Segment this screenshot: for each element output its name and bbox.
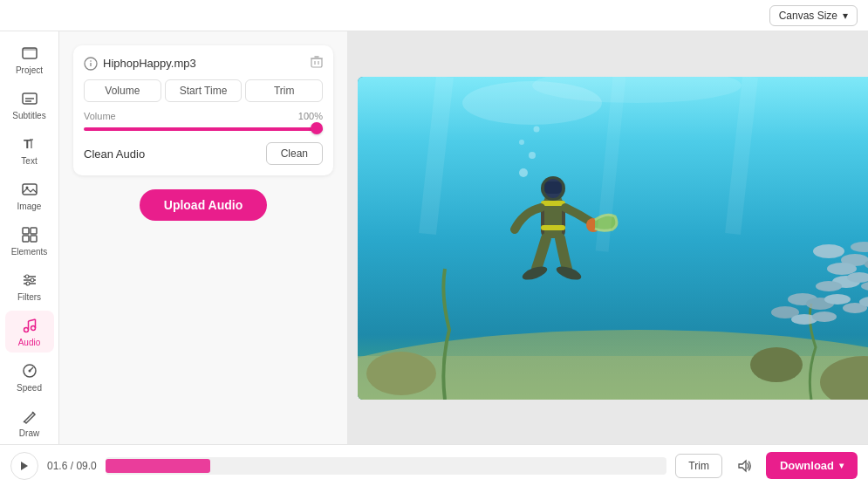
audio-card: HiphopHappy.mp3 Volume Start Time Trim bbox=[73, 45, 333, 175]
sidebar-item-label-project: Project bbox=[16, 65, 43, 75]
video-preview bbox=[358, 77, 868, 400]
timeline-segment bbox=[106, 459, 210, 473]
svg-rect-1 bbox=[23, 48, 37, 51]
svg-point-80 bbox=[519, 140, 524, 145]
clean-audio-row: Clean Audio Clean bbox=[84, 142, 323, 165]
sidebar-item-audio[interactable]: Audio bbox=[5, 311, 54, 353]
bottom-bar: 01.6 / 09.0 Trim Download ▾ bbox=[0, 444, 868, 486]
draw-icon bbox=[20, 407, 39, 426]
sidebar-item-label-text: Text bbox=[21, 156, 37, 166]
svg-point-79 bbox=[529, 152, 536, 159]
audio-icon bbox=[20, 316, 39, 335]
chevron-down-icon: ▾ bbox=[843, 10, 848, 22]
sidebar-item-elements[interactable]: Elements bbox=[5, 220, 54, 262]
audio-file-row: HiphopHappy.mp3 bbox=[84, 56, 323, 71]
svg-point-78 bbox=[519, 168, 528, 177]
tab-start-time[interactable]: Start Time bbox=[165, 79, 243, 102]
svg-rect-70 bbox=[541, 201, 565, 206]
underwater-scene bbox=[358, 77, 868, 400]
volume-label: Volume bbox=[84, 111, 116, 121]
svg-point-52 bbox=[816, 281, 842, 291]
sidebar-item-label-elements: Elements bbox=[11, 247, 48, 257]
volume-row: Volume 100% bbox=[84, 111, 323, 121]
svg-point-81 bbox=[534, 126, 540, 132]
svg-point-19 bbox=[26, 282, 30, 285]
elements-icon bbox=[20, 225, 39, 244]
svg-line-24 bbox=[28, 319, 35, 321]
sidebar-item-label-filters: Filters bbox=[17, 292, 41, 302]
top-bar: Canvas Size ▾ bbox=[0, 0, 868, 31]
delete-icon[interactable] bbox=[311, 56, 323, 71]
download-label: Download bbox=[780, 459, 834, 472]
sidebar: Project Subtitles T Text bbox=[0, 31, 59, 444]
svg-rect-13 bbox=[31, 236, 37, 242]
sidebar-item-filters[interactable]: Filters bbox=[5, 265, 54, 307]
svg-rect-11 bbox=[31, 228, 37, 234]
svg-rect-8 bbox=[23, 184, 37, 195]
slider-thumb[interactable] bbox=[311, 122, 323, 134]
svg-rect-10 bbox=[23, 228, 29, 234]
svg-point-32 bbox=[90, 60, 92, 62]
tab-trim[interactable]: Trim bbox=[245, 79, 323, 102]
volume-slider[interactable] bbox=[84, 127, 323, 132]
svg-point-27 bbox=[28, 370, 31, 373]
clean-audio-label: Clean Audio bbox=[84, 147, 145, 161]
text-icon: T bbox=[20, 134, 39, 154]
svg-rect-74 bbox=[544, 181, 562, 194]
sidebar-item-label-subtitles: Subtitles bbox=[12, 111, 45, 120]
svg-point-18 bbox=[31, 278, 34, 282]
svg-text:T: T bbox=[24, 137, 31, 151]
svg-point-43 bbox=[366, 352, 436, 395]
canvas-area bbox=[347, 31, 868, 444]
filters-icon bbox=[20, 270, 39, 290]
tab-volume[interactable]: Volume bbox=[84, 79, 161, 102]
clean-button[interactable]: Clean bbox=[266, 142, 323, 165]
svg-point-17 bbox=[25, 275, 29, 278]
timeline-track[interactable] bbox=[106, 457, 667, 475]
subtitles-icon bbox=[20, 89, 39, 108]
audio-filename: HiphopHappy.mp3 bbox=[103, 57, 196, 70]
trim-button[interactable]: Trim bbox=[675, 454, 722, 478]
svg-rect-33 bbox=[311, 58, 322, 67]
svg-point-67 bbox=[812, 311, 837, 322]
canvas-size-button[interactable]: Canvas Size ▾ bbox=[769, 5, 858, 26]
svg-rect-12 bbox=[23, 236, 29, 242]
sidebar-item-subtitles[interactable]: Subtitles bbox=[5, 84, 54, 126]
svg-line-29 bbox=[24, 421, 24, 422]
total-time: 09.0 bbox=[76, 460, 96, 472]
sidebar-item-label-draw: Draw bbox=[19, 428, 39, 438]
svg-rect-71 bbox=[541, 225, 565, 230]
image-icon bbox=[20, 180, 39, 199]
current-time: 01.6 bbox=[47, 460, 67, 472]
sidebar-item-speed[interactable]: Speed bbox=[5, 356, 54, 398]
audio-panel: HiphopHappy.mp3 Volume Start Time Trim bbox=[59, 31, 347, 444]
play-button[interactable] bbox=[10, 452, 38, 480]
sidebar-item-image[interactable]: Image bbox=[5, 175, 54, 216]
audio-tabs: Volume Start Time Trim bbox=[84, 79, 323, 102]
volume-icon-button[interactable] bbox=[731, 453, 757, 479]
sidebar-item-draw[interactable]: Draw bbox=[5, 401, 54, 443]
sidebar-item-label-audio: Audio bbox=[18, 338, 41, 347]
svg-point-61 bbox=[824, 294, 851, 305]
sidebar-item-text[interactable]: T Text bbox=[5, 129, 54, 171]
volume-value: 100% bbox=[298, 111, 323, 121]
project-icon bbox=[20, 44, 39, 63]
upload-audio-button[interactable]: Upload Audio bbox=[140, 189, 267, 221]
main-content: Project Subtitles T Text bbox=[0, 31, 868, 444]
canvas-size-label: Canvas Size bbox=[779, 10, 837, 22]
audio-file-info: HiphopHappy.mp3 bbox=[84, 57, 196, 71]
svg-point-45 bbox=[750, 347, 803, 382]
sidebar-item-label-image: Image bbox=[17, 202, 42, 211]
svg-point-46 bbox=[813, 244, 844, 258]
sidebar-item-label-speed: Speed bbox=[17, 383, 42, 393]
download-button[interactable]: Download ▾ bbox=[766, 452, 858, 479]
svg-point-48 bbox=[827, 263, 857, 275]
sidebar-item-project[interactable]: Project bbox=[5, 38, 54, 80]
speed-icon bbox=[20, 361, 39, 380]
download-chevron-icon: ▾ bbox=[839, 461, 844, 470]
time-display: 01.6 / 09.0 bbox=[47, 460, 97, 472]
info-icon bbox=[84, 57, 98, 71]
slider-track bbox=[84, 127, 323, 131]
